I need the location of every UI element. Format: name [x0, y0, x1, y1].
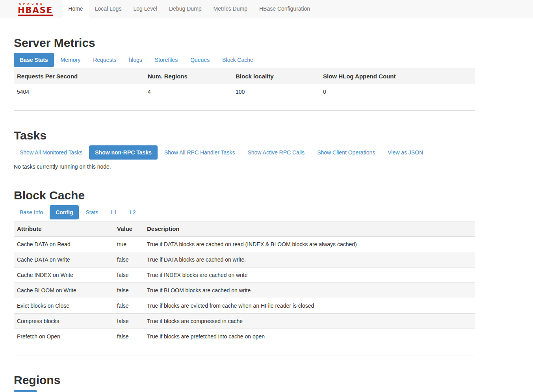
main-content: Server Metrics Base Stats Memory Request…: [14, 36, 475, 392]
column-header: Num. Regions: [145, 69, 232, 84]
table-cell: 4: [145, 84, 232, 100]
table-row: Cache DATA on Write false True if DATA b…: [14, 252, 475, 268]
nav-item-home[interactable]: Home: [62, 0, 89, 18]
table-cell: false: [114, 298, 144, 314]
regions-section: Regions: [14, 373, 475, 392]
table-row: Cache DATA on Read true True if DATA blo…: [14, 237, 475, 252]
show-non-rpc-tasks-button[interactable]: Show non-RPC Tasks: [89, 145, 158, 160]
table-cell: Cache INDEX on Write: [14, 268, 114, 283]
show-all-rpc-handler-tasks-button[interactable]: Show All RPC Handler Tasks: [158, 145, 241, 160]
table-cell: Evict blocks on Close: [14, 298, 114, 314]
table-cell: Cache DATA on Read: [14, 237, 114, 252]
show-client-operations-button[interactable]: Show Client Operations: [311, 145, 381, 160]
table-cell: false: [114, 329, 144, 344]
view-as-json-button[interactable]: View as JSON: [382, 145, 429, 160]
table-header-row: Requests Per Second Num. Regions Block l…: [14, 69, 475, 84]
table-cell: True if blocks are evicted from cache wh…: [144, 298, 475, 314]
server-metrics-tab-content: Requests Per Second Num. Regions Block l…: [14, 69, 475, 111]
column-header: Description: [144, 221, 475, 237]
table-cell: Prefetch on Open: [14, 329, 114, 344]
table-header-row: Attribute Value Description: [14, 221, 475, 237]
regions-tabs: [14, 390, 475, 392]
server-metrics-title: Server Metrics: [14, 36, 475, 50]
column-header: Requests Per Second: [14, 69, 145, 84]
table-cell: false: [114, 268, 144, 283]
nav-item-debug-dump[interactable]: Debug Dump: [163, 0, 208, 18]
server-metrics-section: Server Metrics Base Stats Memory Request…: [14, 36, 475, 111]
tab-requests[interactable]: Requests: [87, 53, 122, 67]
table-cell: 5404: [14, 84, 145, 100]
show-active-rpc-calls-button[interactable]: Show Active RPC Calls: [241, 145, 310, 160]
tab-memory[interactable]: Memory: [55, 53, 87, 67]
table-cell: True if blocks are prefetched into cache…: [144, 329, 475, 344]
tab-base-info[interactable]: Base Info: [14, 205, 49, 219]
block-cache-title: Block Cache: [14, 189, 475, 202]
table-cell: Cache BLOOM on Write: [14, 283, 114, 298]
logo-apache-text: APACHE: [19, 2, 53, 6]
column-header: Block locality: [232, 69, 320, 84]
table-cell: True if INDEX blocks are cached on write: [144, 268, 475, 283]
tasks-title: Tasks: [14, 129, 475, 142]
regions-tab-pill[interactable]: [14, 390, 37, 392]
table-row: Prefetch on Open false True if blocks ar…: [14, 329, 475, 344]
nav-item-hbase-configuration[interactable]: HBase Configuration: [253, 0, 316, 18]
tab-l1[interactable]: L1: [105, 205, 123, 219]
table-cell: false: [114, 252, 144, 268]
block-cache-section: Block Cache Base Info Config Stats L1 L2…: [14, 189, 475, 355]
table-cell: True if BLOOM blocks are cached on write: [144, 283, 475, 298]
block-cache-config-table: Attribute Value Description Cache DATA o…: [14, 221, 475, 344]
tab-base-stats[interactable]: Base Stats: [14, 53, 54, 67]
logo-hbase-text: HBASE: [18, 6, 53, 16]
table-cell: Compress blocks: [14, 314, 114, 329]
server-metrics-tabs: Base Stats Memory Requests hlogs Storefi…: [14, 53, 475, 67]
table-cell: 100: [232, 84, 320, 100]
table-cell: True if blocks are compressed in cache: [144, 314, 475, 329]
server-metrics-table: Requests Per Second Num. Regions Block l…: [14, 69, 475, 99]
table-row: Cache INDEX on Write false True if INDEX…: [14, 268, 475, 283]
table-row: Cache BLOOM on Write false True if BLOOM…: [14, 283, 475, 298]
table-row: Compress blocks false True if blocks are…: [14, 314, 475, 329]
table-cell: true: [114, 237, 144, 252]
tab-stats[interactable]: Stats: [80, 205, 104, 219]
tab-l2[interactable]: L2: [124, 205, 142, 219]
table-cell: false: [114, 283, 144, 298]
tasks-empty-message: No tasks currently running on this node.: [14, 163, 475, 171]
tab-block-cache[interactable]: Block Cache: [216, 53, 259, 67]
table-row: 5404 4 100 0: [14, 84, 475, 100]
column-header: Value: [114, 221, 144, 237]
table-row: Evict blocks on Close false True if bloc…: [14, 298, 475, 314]
block-cache-tabs: Base Info Config Stats L1 L2: [14, 205, 475, 219]
nav-menu: Home Local Logs Log Level Debug Dump Met…: [62, 0, 316, 18]
tab-queues[interactable]: Queues: [184, 53, 215, 67]
table-cell: Cache DATA on Write: [14, 252, 114, 268]
tab-storefiles[interactable]: Storefiles: [149, 53, 184, 67]
column-header: Slow HLog Append Count: [320, 69, 475, 84]
show-all-monitored-tasks-button[interactable]: Show All Monitored Tasks: [14, 145, 88, 160]
regions-title: Regions: [14, 373, 475, 387]
nav-item-local-logs[interactable]: Local Logs: [89, 0, 128, 18]
column-header: Attribute: [14, 221, 114, 237]
tab-hlogs[interactable]: hlogs: [123, 53, 148, 67]
hbase-logo[interactable]: APACHE HBASE: [18, 0, 58, 18]
top-navbar: APACHE HBASE Home Local Logs Log Level D…: [0, 0, 533, 18]
nav-item-metrics-dump[interactable]: Metrics Dump: [208, 0, 253, 18]
table-cell: 0: [320, 84, 475, 100]
tasks-section: Tasks Show All Monitored Tasks Show non-…: [14, 129, 475, 171]
tab-config[interactable]: Config: [50, 205, 79, 219]
tasks-buttons: Show All Monitored Tasks Show non-RPC Ta…: [14, 145, 475, 160]
nav-item-log-level[interactable]: Log Level: [127, 0, 163, 18]
block-cache-tab-content: Attribute Value Description Cache DATA o…: [14, 221, 475, 355]
table-cell: True if DATA blocks are cached on read (…: [144, 237, 475, 252]
table-cell: True if DATA blocks are cached on write.: [144, 252, 475, 268]
table-cell: false: [114, 314, 144, 329]
